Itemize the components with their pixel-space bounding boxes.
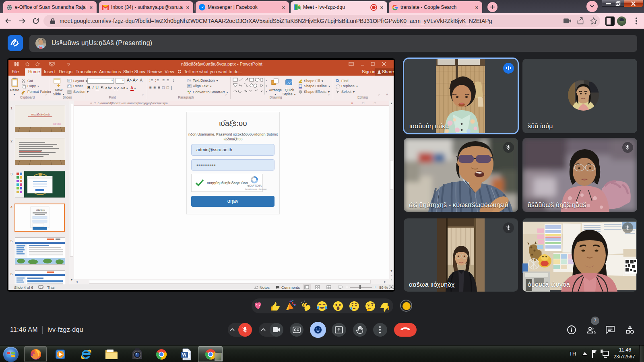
svg-text:mβ:χdws: mβ:χdws: [53, 123, 61, 125]
svg-text:ιϋâξš:υυ: ιϋâξš:υυ: [36, 209, 45, 211]
svg-text:msαäδτāινϋυιτā: msαäδτāινϋυιτā: [31, 113, 50, 116]
